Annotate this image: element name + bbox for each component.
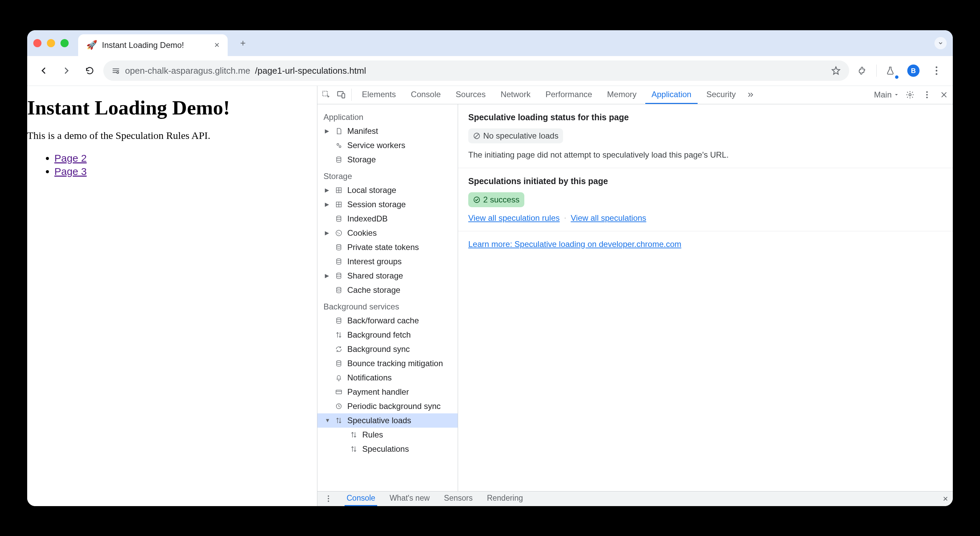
frame-selector[interactable]: Main — [874, 90, 899, 100]
devtools-menu-button[interactable] — [921, 89, 933, 101]
svg-point-31 — [328, 496, 329, 497]
tab-performance[interactable]: Performance — [539, 86, 598, 104]
device-toggle-button[interactable] — [335, 89, 347, 101]
more-tabs-button[interactable] — [745, 89, 757, 101]
db-icon — [334, 358, 344, 369]
file-icon — [334, 126, 344, 136]
tab-security[interactable]: Security — [700, 86, 742, 104]
svg-point-33 — [328, 501, 329, 502]
svg-rect-6 — [342, 94, 345, 98]
sidebar-item[interactable]: Cache storage — [317, 283, 458, 297]
inspect-element-button[interactable] — [320, 89, 332, 101]
sidebar-item[interactable]: ▶Local storage — [317, 183, 458, 197]
sidebar-item[interactable]: Private state tokens — [317, 240, 458, 254]
minimize-window-button[interactable] — [47, 39, 55, 47]
status-badge: No speculative loads — [468, 129, 563, 143]
browser-tab[interactable]: 🚀 Instant Loading Demo! × — [78, 34, 228, 56]
devtools-close-button[interactable] — [938, 89, 950, 101]
view-all-rules-link[interactable]: View all speculation rules — [468, 213, 560, 223]
sidebar-item[interactable]: Service workers — [317, 138, 458, 153]
sidebar-item[interactable]: Payment handler — [317, 385, 458, 399]
list-item: Page 2 — [54, 151, 317, 165]
learn-more-link[interactable]: Learn more: Speculative loading on devel… — [468, 239, 681, 249]
devtools-settings-button[interactable] — [904, 89, 916, 101]
sidebar-item-label: Speculations — [362, 444, 409, 454]
view-all-speculations-link[interactable]: View all speculations — [571, 213, 646, 223]
tabs-dropdown-button[interactable] — [934, 37, 947, 49]
svg-point-9 — [926, 94, 928, 96]
sidebar-item[interactable]: Notifications — [317, 371, 458, 385]
forward-button[interactable] — [57, 61, 76, 80]
close-tab-button[interactable]: × — [215, 40, 220, 50]
devtools-panel: Elements Console Sources Network Perform… — [317, 86, 953, 506]
extensions-button[interactable] — [853, 61, 872, 80]
tab-memory[interactable]: Memory — [601, 86, 643, 104]
sidebar-item[interactable]: Rules — [317, 428, 458, 442]
sidebar-item-label: Cookies — [347, 228, 377, 238]
drawer-tab-whats-new[interactable]: What's new — [387, 491, 431, 506]
kebab-icon — [935, 66, 937, 75]
sidebar-item[interactable]: Background sync — [317, 342, 458, 356]
sidebar-item[interactable]: ▶Shared storage — [317, 269, 458, 283]
sidebar-item[interactable]: Interest groups — [317, 254, 458, 269]
labs-button[interactable] — [881, 61, 900, 80]
drawer-tab-rendering[interactable]: Rendering — [485, 491, 525, 506]
svg-point-10 — [926, 97, 928, 99]
sidebar-item[interactable]: ▼Speculative loads — [317, 414, 458, 428]
sidebar-item[interactable]: ▶Cookies — [317, 226, 458, 240]
tab-title: Instant Loading Demo! — [102, 40, 184, 50]
sidebar-item-label: Cache storage — [347, 285, 400, 295]
flask-icon — [886, 66, 895, 75]
inspect-icon — [321, 90, 331, 100]
sidebar-section-heading: Background services — [317, 297, 458, 313]
chrome-menu-button[interactable] — [927, 61, 946, 80]
svg-point-32 — [328, 498, 329, 499]
arrows-icon — [348, 444, 359, 454]
sidebar-item[interactable]: Bounce tracking mitigation — [317, 356, 458, 371]
kebab-icon — [926, 91, 928, 99]
sidebar-item-label: IndexedDB — [347, 214, 388, 224]
drawer-tab-console[interactable]: Console — [345, 491, 377, 506]
drawer-menu-button[interactable] — [322, 493, 334, 505]
svg-point-26 — [337, 360, 341, 363]
svg-point-21 — [337, 244, 341, 246]
tab-sources[interactable]: Sources — [450, 86, 492, 104]
star-icon[interactable] — [831, 65, 841, 76]
new-tab-button[interactable]: + — [238, 38, 248, 48]
close-window-button[interactable] — [33, 39, 41, 47]
tab-console[interactable]: Console — [405, 86, 447, 104]
sidebar-item[interactable]: Speculations — [317, 442, 458, 456]
sidebar-item[interactable]: IndexedDB — [317, 212, 458, 226]
tab-elements[interactable]: Elements — [356, 86, 402, 104]
sidebar-item[interactable]: ▶Manifest — [317, 124, 458, 138]
tab-network[interactable]: Network — [495, 86, 536, 104]
sidebar-item[interactable]: Storage — [317, 153, 458, 167]
db-icon — [334, 214, 344, 224]
back-button[interactable] — [34, 61, 53, 80]
disclosure-triangle-icon: ▶ — [325, 230, 330, 236]
page-link[interactable]: Page 3 — [54, 166, 87, 177]
profile-button[interactable]: B — [904, 61, 923, 80]
drawer-close-button[interactable]: × — [943, 493, 948, 504]
circle-slash-icon — [473, 132, 480, 140]
maximize-window-button[interactable] — [60, 39, 68, 47]
page-link[interactable]: Page 2 — [54, 153, 87, 164]
svg-point-17 — [336, 230, 342, 236]
sidebar-item[interactable]: Periodic background sync — [317, 399, 458, 414]
tab-application[interactable]: Application — [645, 86, 697, 104]
address-bar[interactable]: open-chalk-asparagus.glitch.me/page1-url… — [103, 60, 849, 81]
status-heading: Speculative loading status for this page — [468, 113, 943, 122]
arrow-left-icon — [38, 65, 49, 76]
kebab-icon — [328, 495, 329, 502]
svg-point-0 — [117, 72, 119, 73]
drawer-tab-sensors[interactable]: Sensors — [442, 491, 475, 506]
svg-point-11 — [337, 143, 339, 145]
sidebar-item[interactable]: Back/forward cache — [317, 313, 458, 328]
sync-icon — [334, 344, 344, 354]
sidebar-section-heading: Application — [317, 108, 458, 124]
svg-point-16 — [337, 216, 341, 218]
sidebar-item[interactable]: Background fetch — [317, 328, 458, 342]
svg-point-23 — [337, 273, 341, 275]
reload-button[interactable] — [80, 61, 99, 80]
sidebar-item[interactable]: ▶Session storage — [317, 197, 458, 212]
